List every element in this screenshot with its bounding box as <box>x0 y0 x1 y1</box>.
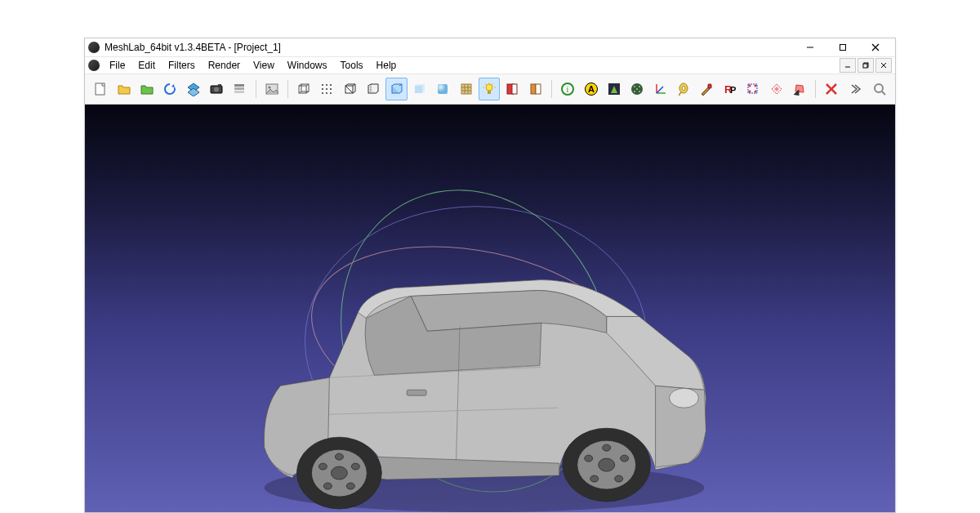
texture-icon[interactable] <box>456 78 477 100</box>
svg-point-86 <box>749 91 751 93</box>
svg-point-71 <box>634 86 635 87</box>
svg-point-75 <box>636 88 638 90</box>
svg-point-108 <box>335 453 343 460</box>
retopology-icon[interactable]: RP <box>719 78 741 100</box>
window-controls <box>794 38 892 56</box>
save-snapshot-icon[interactable] <box>183 78 204 100</box>
svg-text:A: A <box>588 84 595 94</box>
wireframe-icon[interactable] <box>340 78 361 100</box>
svg-text:i: i <box>567 85 569 94</box>
svg-point-84 <box>749 85 751 87</box>
maximize-button[interactable] <box>826 38 859 56</box>
camera-icon[interactable] <box>206 78 227 100</box>
svg-text:P: P <box>730 85 736 95</box>
svg-point-28 <box>330 84 332 86</box>
menu-render[interactable]: Render <box>202 58 247 73</box>
toolbar: i A RP <box>85 74 895 105</box>
svg-point-31 <box>330 88 332 90</box>
viewport-3d[interactable] <box>85 105 895 512</box>
svg-rect-100 <box>407 390 426 395</box>
menu-help[interactable]: Help <box>370 58 403 73</box>
svg-rect-47 <box>438 84 448 94</box>
double-side-icon[interactable] <box>525 78 546 100</box>
svg-rect-54 <box>488 91 491 94</box>
svg-rect-46 <box>415 86 422 93</box>
axis-icon[interactable] <box>649 78 670 100</box>
select-vertices-icon[interactable] <box>742 78 764 100</box>
toolbar-separator <box>287 80 288 98</box>
svg-line-41 <box>345 86 353 93</box>
info-icon[interactable]: i <box>557 78 578 100</box>
svg-rect-17 <box>234 91 244 93</box>
svg-point-33 <box>326 92 327 94</box>
svg-point-101 <box>670 388 699 408</box>
open-file-icon[interactable] <box>113 78 134 100</box>
svg-point-116 <box>603 444 611 451</box>
svg-point-111 <box>323 483 332 489</box>
menu-tools[interactable]: Tools <box>334 58 370 73</box>
svg-point-34 <box>330 92 332 94</box>
svg-point-93 <box>875 84 883 92</box>
svg-point-27 <box>326 84 327 86</box>
menu-edit[interactable]: Edit <box>131 58 162 73</box>
svg-rect-62 <box>531 84 536 94</box>
mdi-close-button[interactable] <box>875 58 892 73</box>
menu-filters[interactable]: Filters <box>162 58 202 73</box>
svg-point-119 <box>590 475 599 482</box>
flat-icon[interactable] <box>409 78 430 100</box>
svg-point-19 <box>268 87 270 89</box>
svg-rect-14 <box>218 84 221 86</box>
mdi-app-icon[interactable] <box>88 60 100 71</box>
svg-point-107 <box>331 466 347 480</box>
svg-point-73 <box>634 91 635 92</box>
menu-view[interactable]: View <box>247 58 281 73</box>
expand-icon[interactable] <box>844 78 865 100</box>
select-faces-icon[interactable] <box>765 78 786 100</box>
app-window: MeshLab_64bit v1.3.4BETA - [Project_1] F… <box>84 38 896 513</box>
bounding-box-icon[interactable] <box>293 78 314 100</box>
measuring-icon[interactable] <box>673 78 694 100</box>
face-normal-icon[interactable] <box>604 78 625 100</box>
svg-point-30 <box>326 88 327 90</box>
layer-dialog-icon[interactable] <box>229 78 250 100</box>
toolbar-separator <box>551 80 552 98</box>
svg-line-78 <box>657 87 663 93</box>
raster-icon[interactable] <box>261 78 283 100</box>
svg-rect-15 <box>234 84 244 87</box>
flat-lines-icon[interactable] <box>385 78 407 100</box>
svg-point-112 <box>318 463 327 470</box>
mdi-minimize-button[interactable] <box>840 58 856 73</box>
svg-point-110 <box>346 483 354 489</box>
svg-marker-11 <box>188 88 199 96</box>
minimize-button[interactable] <box>794 38 826 56</box>
light-icon[interactable] <box>479 78 500 100</box>
new-file-icon[interactable] <box>90 78 111 100</box>
about-icon[interactable]: A <box>580 78 601 100</box>
open-project-icon[interactable] <box>136 78 158 100</box>
svg-marker-89 <box>774 87 779 91</box>
delete-selection-icon[interactable] <box>821 78 842 100</box>
reload-icon[interactable] <box>159 78 180 100</box>
app-logo-icon <box>88 42 100 53</box>
svg-point-29 <box>322 88 323 90</box>
vertex-normal-icon[interactable] <box>626 78 648 100</box>
svg-rect-63 <box>536 84 541 94</box>
mdi-restore-button[interactable] <box>858 58 874 73</box>
menu-windows[interactable]: Windows <box>281 58 334 73</box>
points-icon[interactable] <box>316 78 337 100</box>
svg-point-85 <box>755 85 757 87</box>
paint-icon[interactable] <box>696 78 717 100</box>
hidden-lines-icon[interactable] <box>363 78 384 100</box>
menu-file[interactable]: File <box>103 58 131 73</box>
close-button[interactable] <box>859 38 892 56</box>
select-connected-icon[interactable] <box>789 78 810 100</box>
smooth-icon[interactable] <box>432 78 453 100</box>
backface-icon[interactable] <box>501 78 523 100</box>
svg-line-58 <box>485 83 487 85</box>
svg-rect-1 <box>840 45 846 51</box>
search-icon[interactable] <box>869 78 890 100</box>
svg-marker-90 <box>795 85 804 92</box>
svg-point-13 <box>214 87 219 92</box>
svg-point-115 <box>599 458 615 471</box>
svg-point-109 <box>351 463 359 470</box>
